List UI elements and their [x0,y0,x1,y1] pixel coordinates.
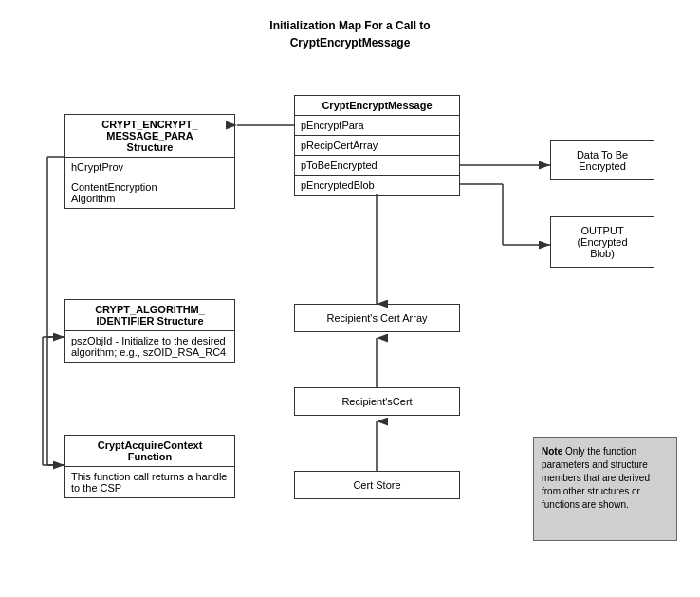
box-header-main: CryptEncryptMessage [295,96,459,116]
box-row-pencryptedblob: pEncryptedBlob [295,176,459,195]
diagram: Initialization Map For a Call to CryptEn… [0,0,700,597]
crypt-encrypt-message-box: CryptEncryptMessage pEncryptPara pRecipC… [294,95,460,196]
diagram-title: Initialization Map For a Call to CryptEn… [0,8,700,51]
recipients-cert-array-box: Recipient's Cert Array [294,304,460,332]
cert-store-box: Cert Store [294,471,460,499]
crypt-algorithm-identifier-box: CRYPT_ALGORITHM_ IDENTIFIER Structure ps… [64,299,235,363]
box-header-crypt-encrypt: CRYPT_ENCRYPT_ MESSAGE_PARA Structure [65,115,234,158]
box-row-hcryptprov: hCryptProv [65,158,234,177]
box-row-ptobeencrypted: pToBeEncrypted [295,156,459,176]
data-to-be-encrypted-box: Data To Be Encrypted [550,140,654,180]
box-row-crypt-acquire-desc: This function call returns a handle to t… [65,467,234,497]
box-row-precipcertarray: pRecipCertArray [295,136,459,156]
box-row-pszobjid: pszObjId - Initialize to the desired alg… [65,331,234,362]
note-label: Note [542,446,562,457]
box-row-pencryptpara: pEncryptPara [295,116,459,136]
recipients-cert-label: Recipient'sCert [341,396,412,407]
box-header-crypt-algo: CRYPT_ALGORITHM_ IDENTIFIER Structure [65,300,234,331]
data-to-be-encrypted-label: Data To Be Encrypted [577,149,628,172]
recipients-cert-box: Recipient'sCert [294,387,460,416]
crypt-acquire-context-box: CryptAcquireContext Function This functi… [64,435,235,498]
crypt-encrypt-message-para-box: CRYPT_ENCRYPT_ MESSAGE_PARA Structure hC… [64,114,235,209]
box-row-content-encryption: ContentEncryptionAlgorithm [65,177,234,208]
cert-store-label: Cert Store [353,479,400,491]
output-encrypted-blob-label: OUTPUT (Encrypted Blob) [577,225,627,259]
output-encrypted-blob-box: OUTPUT (Encrypted Blob) [550,216,654,268]
recipients-cert-array-label: Recipient's Cert Array [326,312,427,324]
note-box: Note Only the function parameters and st… [533,437,677,541]
box-header-crypt-acquire: CryptAcquireContext Function [65,436,234,467]
